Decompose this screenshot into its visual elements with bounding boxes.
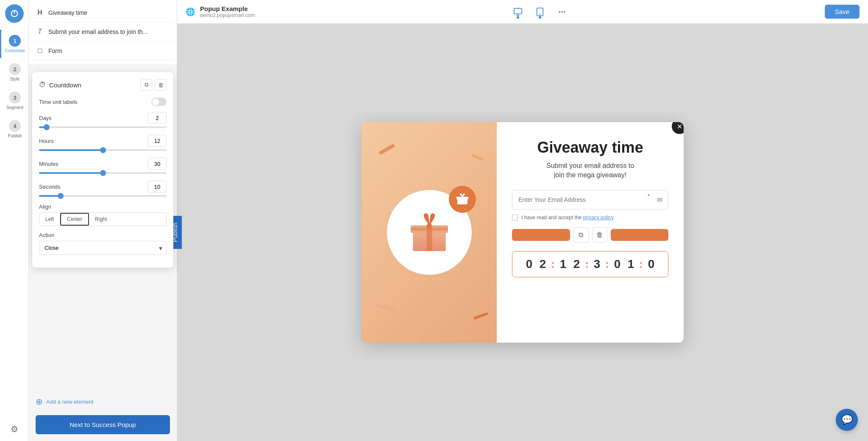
next-btn-wrapper: Next to Success Popup — [29, 412, 177, 441]
button-row: ⧉ 🗑 — [512, 227, 668, 243]
copy-button[interactable]: ⧉ — [573, 227, 589, 243]
email-input-wrapper: ✉ • — [512, 190, 668, 209]
cd-sep-2: : — [585, 258, 589, 270]
align-label: Align — [39, 204, 51, 210]
left-sidebar: 1 Customize 2 Style 3 Segment 4 Publish … — [0, 0, 29, 441]
minutes-slider-row: Minutes 30 — [39, 158, 167, 174]
sidebar-settings: ⚙ — [0, 417, 28, 441]
panel-item-heading[interactable]: H Giveaway time — [29, 3, 177, 22]
svg-rect-17 — [411, 228, 448, 231]
topbar: 🌐 Popup Example demo2.popupsmart.com Sav… — [177, 0, 868, 24]
align-group: Left Center Right — [39, 212, 167, 226]
align-right-button[interactable]: Right — [89, 213, 113, 226]
submit-button-1[interactable] — [512, 229, 570, 241]
seconds-thumb[interactable] — [58, 193, 64, 199]
tablet-view-button[interactable] — [532, 4, 548, 20]
hours-value[interactable]: 12 — [148, 135, 167, 147]
step-label-3: Segment — [6, 105, 23, 110]
form-icon: ☐ — [36, 47, 44, 55]
hours-label: Hours — [39, 138, 54, 144]
canvas: Publish — [177, 24, 868, 441]
hours-thumb[interactable] — [100, 147, 106, 153]
panel-item-text-label: Submit your email address to join th... — [48, 28, 147, 35]
desktop-dot — [517, 16, 519, 19]
app-url: demo2.popupsmart.com — [200, 12, 255, 18]
email-input[interactable] — [512, 190, 668, 209]
sidebar-step-publish[interactable]: 4 Publish — [0, 115, 28, 143]
seconds-label: Seconds — [39, 184, 61, 190]
app-logo[interactable] — [5, 4, 24, 23]
minutes-thumb[interactable] — [100, 170, 106, 176]
cd-d2: 2 — [537, 257, 549, 271]
trash-button[interactable]: 🗑 — [592, 227, 607, 243]
gift-badge — [449, 186, 476, 213]
hours-slider-row: Hours 12 — [39, 135, 167, 151]
sidebar-step-style[interactable]: 2 Style — [0, 58, 28, 87]
popup-title: Giveaway time — [512, 139, 668, 156]
svg-point-8 — [561, 11, 562, 12]
step-num-3: 3 — [9, 92, 21, 103]
minutes-fill — [39, 172, 103, 174]
edit-panel: H Giveaway time T Submit your email addr… — [29, 0, 177, 441]
chat-button[interactable]: 💬 — [836, 409, 858, 431]
cd-s1: 0 — [612, 257, 623, 271]
step-label-4: Publish — [8, 134, 22, 138]
more-options-button[interactable] — [554, 4, 570, 20]
required-dot: • — [648, 192, 650, 198]
time-unit-labels-row: Time unit labels — [39, 98, 167, 106]
seconds-value[interactable]: 10 — [148, 181, 167, 193]
panel-item-form[interactable]: ☐ Form — [29, 42, 177, 61]
heading-icon: H — [36, 8, 44, 17]
text-icon: T — [36, 28, 44, 36]
popup-preview: ✕ Giveaway time Submit your email addres… — [362, 122, 684, 343]
add-element-button[interactable]: ⊕ Add a new element — [36, 396, 170, 407]
popup-right-panel: ✕ Giveaway time Submit your email addres… — [497, 122, 684, 343]
time-unit-labels-toggle[interactable] — [151, 98, 167, 106]
cd-h1: 1 — [557, 257, 569, 271]
privacy-checkbox[interactable] — [512, 215, 518, 220]
minutes-label: Minutes — [39, 161, 58, 167]
minutes-value[interactable]: 30 — [148, 158, 167, 170]
step-label-2: Style — [10, 77, 19, 81]
desktop-view-button[interactable] — [510, 4, 526, 20]
popup-close-button[interactable]: ✕ — [672, 122, 684, 134]
days-value[interactable]: 2 — [148, 112, 167, 124]
cd-m1: 3 — [591, 257, 603, 271]
days-thumb[interactable] — [44, 124, 50, 130]
globe-icon: 🌐 — [186, 7, 195, 17]
privacy-policy-link[interactable]: privacy policy — [583, 215, 614, 220]
popup-left-panel — [362, 122, 497, 343]
email-icon: ✉ — [657, 196, 662, 204]
action-row: Action Close Open URL ▾ — [39, 232, 167, 255]
step-num-1: 1 — [9, 35, 21, 47]
svg-point-18 — [427, 223, 431, 228]
panel-items-list: H Giveaway time T Submit your email addr… — [29, 0, 177, 64]
popup-subtitle: Submit your email address tojoin the meg… — [512, 161, 668, 180]
days-track — [39, 126, 167, 128]
minutes-track — [39, 172, 167, 174]
step-num-4: 4 — [9, 120, 21, 132]
settings-icon[interactable]: ⚙ — [11, 424, 18, 434]
gift-icon — [406, 209, 453, 256]
countdown-panel-header: ⏱ Countdown ⧉ 🗑 — [39, 79, 167, 91]
align-center-button[interactable]: Center — [60, 213, 89, 226]
delete-countdown-button[interactable]: 🗑 — [155, 79, 167, 91]
sidebar-step-segment[interactable]: 3 Segment — [0, 87, 28, 115]
countdown-panel-actions: ⧉ 🗑 — [140, 79, 167, 91]
privacy-row: I have read and accept the privacy polic… — [512, 215, 668, 220]
step-label-1: Customize — [5, 48, 25, 53]
save-button[interactable]: Save — [825, 5, 860, 19]
sidebar-step-customize[interactable]: 1 Customize — [0, 30, 28, 58]
align-left-button[interactable]: Left — [39, 213, 60, 226]
countdown-panel-title: ⏱ Countdown — [39, 81, 81, 89]
cd-ms: 0 — [645, 257, 657, 271]
panel-item-text[interactable]: T Submit your email address to join th..… — [29, 22, 177, 42]
hours-track — [39, 149, 167, 151]
copy-countdown-button[interactable]: ⧉ — [140, 79, 152, 91]
submit-button-2[interactable] — [611, 229, 668, 241]
time-unit-labels-label: Time unit labels — [39, 99, 78, 105]
add-element-label: Add a new element — [46, 399, 93, 405]
next-button[interactable]: Next to Success Popup — [36, 415, 170, 434]
svg-point-7 — [559, 11, 560, 12]
action-select[interactable]: Close Open URL — [39, 241, 167, 255]
